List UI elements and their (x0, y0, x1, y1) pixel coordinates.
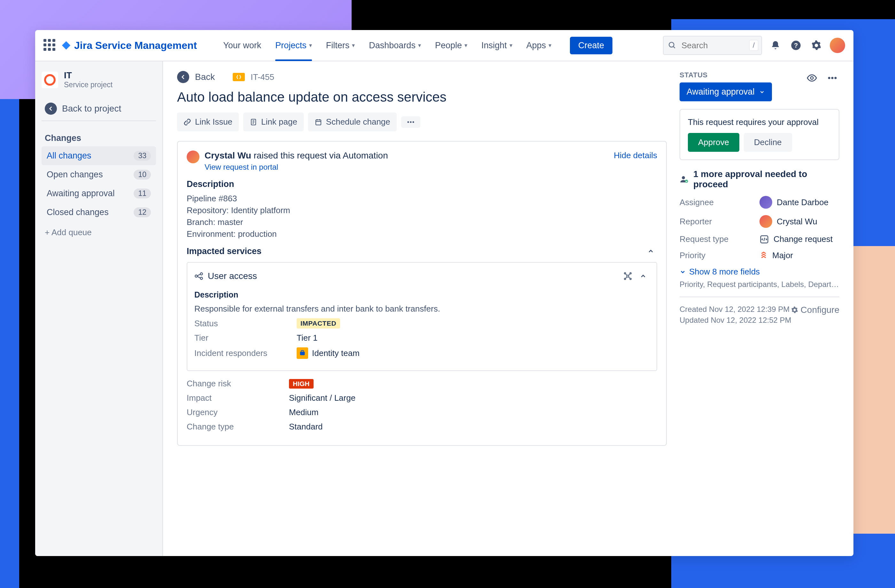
reporter-value[interactable]: Crystal Wu (760, 215, 817, 228)
chevron-down-icon: ▾ (309, 42, 312, 49)
more-actions-icon[interactable] (825, 71, 839, 85)
svg-line-23 (197, 276, 200, 278)
app-window: Jira Service Management Your work Projec… (35, 30, 854, 556)
nav-projects[interactable]: Projects▾ (268, 30, 319, 61)
chevron-down-icon: ▾ (464, 42, 467, 49)
team-icon (297, 347, 308, 359)
nav-dashboards[interactable]: Dashboards▾ (362, 30, 428, 61)
change-type-label: Change type (187, 422, 289, 432)
project-subtitle: Service project (64, 80, 112, 89)
approval-panel: This request requires your approval Appr… (680, 109, 839, 160)
count-badge: 12 (133, 208, 151, 217)
svg-point-19 (195, 275, 197, 277)
more-actions-button[interactable] (401, 116, 420, 128)
link-icon (184, 118, 191, 126)
desc-line: Repository: Identity platform (187, 206, 657, 215)
sidebar-item-closed-changes[interactable]: Closed changes 12 (41, 203, 156, 222)
nav-people[interactable]: People▾ (428, 30, 474, 61)
svg-point-5 (828, 77, 830, 79)
search-input[interactable] (663, 36, 762, 55)
view-in-portal-link[interactable]: View request in portal (205, 163, 388, 171)
back-button[interactable] (177, 71, 189, 83)
impacted-services-heading: Impacted services (187, 246, 261, 256)
svg-line-32 (628, 277, 630, 278)
priority-major-icon (760, 252, 768, 260)
sidebar-item-awaiting-approval[interactable]: Awaiting approval 11 (41, 184, 156, 203)
priority-value[interactable]: Major (760, 250, 793, 261)
raised-by-line: Crystal Wu raised this request via Autom… (205, 150, 388, 161)
search-box: / (663, 36, 762, 55)
svg-line-29 (626, 274, 627, 276)
project-header: IT Service project (41, 70, 156, 97)
schedule-change-button[interactable]: Schedule change (308, 112, 397, 131)
reporter-avatar-small (760, 215, 772, 228)
assignee-value[interactable]: Dante Darboe (760, 196, 828, 209)
service-graph-icon[interactable] (621, 270, 634, 282)
project-icon (41, 71, 58, 88)
chevron-down-icon: ▾ (418, 42, 421, 49)
notifications-icon[interactable] (768, 38, 783, 52)
responders-label: Incident responders (194, 348, 297, 358)
help-icon[interactable]: ? (789, 38, 803, 52)
app-switcher-icon[interactable] (44, 39, 56, 52)
back-to-project-link[interactable]: Back to project (41, 97, 156, 121)
more-icon (407, 121, 414, 123)
service-icon (194, 271, 203, 280)
svg-line-30 (628, 274, 630, 276)
service-tier-label: Tier (194, 333, 297, 343)
nav-insight[interactable]: Insight▾ (474, 30, 519, 61)
svg-line-1 (673, 46, 675, 48)
svg-rect-33 (300, 352, 305, 355)
change-request-icon (760, 235, 769, 244)
approval-icon (680, 174, 689, 184)
svg-point-16 (407, 121, 409, 123)
svg-line-31 (626, 277, 627, 278)
collapse-service-icon[interactable] (637, 270, 649, 282)
collapse-impacted-icon[interactable] (645, 245, 657, 258)
issue-key[interactable]: IT-455 (250, 72, 274, 82)
decline-button[interactable]: Decline (744, 133, 792, 152)
svg-point-17 (410, 121, 411, 123)
service-desc: Responsible for external transfers and i… (194, 304, 649, 314)
approval-prompt: This request requires your approval (688, 117, 831, 127)
service-name: User access (208, 271, 257, 281)
page-icon (250, 118, 257, 126)
hide-details-link[interactable]: Hide details (614, 150, 657, 161)
watch-icon[interactable] (805, 71, 819, 85)
nav-apps[interactable]: Apps▾ (519, 30, 559, 61)
svg-point-0 (669, 42, 674, 47)
brand[interactable]: Jira Service Management (61, 39, 197, 52)
settings-icon[interactable] (809, 38, 824, 52)
reporter-avatar (187, 150, 199, 163)
status-badge-impacted: IMPACTED (297, 318, 340, 329)
status-dropdown[interactable]: Awaiting approval (680, 82, 772, 101)
create-button[interactable]: Create (570, 37, 613, 54)
link-issue-button[interactable]: Link Issue (177, 112, 239, 131)
svg-point-18 (412, 121, 414, 123)
approve-button[interactable]: Approve (688, 133, 739, 152)
sidebar-item-open-changes[interactable]: Open changes 10 (41, 165, 156, 184)
request-type-value[interactable]: Change request (760, 234, 833, 244)
change-type-value: Standard (289, 422, 323, 432)
assignee-avatar (760, 196, 772, 209)
show-more-fields-link[interactable]: Show 8 more fields (680, 267, 839, 277)
sidebar-item-all-changes[interactable]: All changes 33 (41, 146, 156, 165)
impact-label: Impact (187, 393, 289, 403)
add-queue-button[interactable]: + Add queue (41, 222, 156, 243)
chevron-down-icon: ▾ (352, 42, 355, 49)
jira-logo-icon (61, 41, 71, 50)
svg-point-7 (834, 77, 836, 79)
svg-line-22 (197, 274, 200, 276)
sidebar: IT Service project Back to project Chang… (35, 61, 163, 556)
pipeline-link[interactable]: Pipeline #863 (187, 194, 657, 203)
reporter-label: Reporter (680, 217, 760, 227)
user-avatar[interactable] (830, 38, 845, 53)
nav-your-work[interactable]: Your work (216, 30, 268, 61)
configure-link[interactable]: Configure (791, 305, 839, 315)
svg-point-28 (630, 278, 631, 280)
nav-filters[interactable]: Filters▾ (319, 30, 362, 61)
count-badge: 33 (133, 151, 151, 161)
link-page-button[interactable]: Link page (243, 112, 304, 131)
chevron-down-icon (680, 269, 686, 275)
request-type-label: Request type (680, 234, 760, 244)
